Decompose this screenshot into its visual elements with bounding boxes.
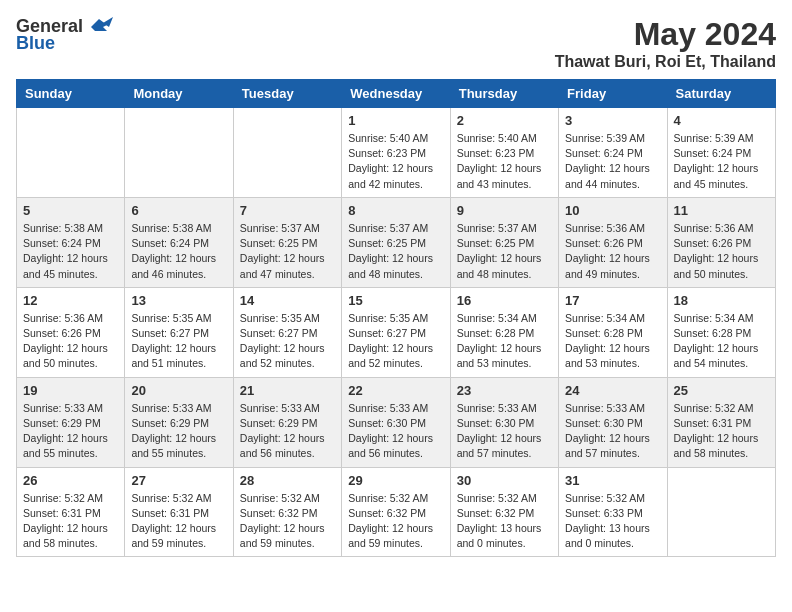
calendar-week-row: 19Sunrise: 5:33 AMSunset: 6:29 PMDayligh… bbox=[17, 377, 776, 467]
day-number: 21 bbox=[240, 383, 335, 398]
table-row: 13Sunrise: 5:35 AMSunset: 6:27 PMDayligh… bbox=[125, 287, 233, 377]
day-number: 20 bbox=[131, 383, 226, 398]
table-row: 25Sunrise: 5:32 AMSunset: 6:31 PMDayligh… bbox=[667, 377, 775, 467]
day-number: 17 bbox=[565, 293, 660, 308]
month-title: May 2024 bbox=[555, 16, 776, 53]
day-info: Sunrise: 5:39 AMSunset: 6:24 PMDaylight:… bbox=[674, 131, 769, 192]
day-number: 19 bbox=[23, 383, 118, 398]
day-info: Sunrise: 5:37 AMSunset: 6:25 PMDaylight:… bbox=[457, 221, 552, 282]
day-number: 31 bbox=[565, 473, 660, 488]
day-info: Sunrise: 5:39 AMSunset: 6:24 PMDaylight:… bbox=[565, 131, 660, 192]
table-row bbox=[667, 467, 775, 557]
logo: General Blue bbox=[16, 16, 113, 54]
day-number: 30 bbox=[457, 473, 552, 488]
table-row: 7Sunrise: 5:37 AMSunset: 6:25 PMDaylight… bbox=[233, 197, 341, 287]
table-row: 4Sunrise: 5:39 AMSunset: 6:24 PMDaylight… bbox=[667, 108, 775, 198]
table-row: 20Sunrise: 5:33 AMSunset: 6:29 PMDayligh… bbox=[125, 377, 233, 467]
day-number: 7 bbox=[240, 203, 335, 218]
table-row: 11Sunrise: 5:36 AMSunset: 6:26 PMDayligh… bbox=[667, 197, 775, 287]
page-header: General Blue May 2024 Thawat Buri, Roi E… bbox=[16, 16, 776, 71]
logo-blue-text: Blue bbox=[16, 33, 55, 54]
day-number: 10 bbox=[565, 203, 660, 218]
day-info: Sunrise: 5:32 AMSunset: 6:31 PMDaylight:… bbox=[23, 491, 118, 552]
header-sunday: Sunday bbox=[17, 80, 125, 108]
day-info: Sunrise: 5:37 AMSunset: 6:25 PMDaylight:… bbox=[240, 221, 335, 282]
day-info: Sunrise: 5:40 AMSunset: 6:23 PMDaylight:… bbox=[457, 131, 552, 192]
day-info: Sunrise: 5:32 AMSunset: 6:32 PMDaylight:… bbox=[457, 491, 552, 552]
day-number: 4 bbox=[674, 113, 769, 128]
table-row: 23Sunrise: 5:33 AMSunset: 6:30 PMDayligh… bbox=[450, 377, 558, 467]
table-row: 1Sunrise: 5:40 AMSunset: 6:23 PMDaylight… bbox=[342, 108, 450, 198]
table-row: 12Sunrise: 5:36 AMSunset: 6:26 PMDayligh… bbox=[17, 287, 125, 377]
table-row: 28Sunrise: 5:32 AMSunset: 6:32 PMDayligh… bbox=[233, 467, 341, 557]
header-thursday: Thursday bbox=[450, 80, 558, 108]
day-number: 27 bbox=[131, 473, 226, 488]
table-row bbox=[233, 108, 341, 198]
calendar-week-row: 12Sunrise: 5:36 AMSunset: 6:26 PMDayligh… bbox=[17, 287, 776, 377]
table-row: 14Sunrise: 5:35 AMSunset: 6:27 PMDayligh… bbox=[233, 287, 341, 377]
day-number: 14 bbox=[240, 293, 335, 308]
table-row: 17Sunrise: 5:34 AMSunset: 6:28 PMDayligh… bbox=[559, 287, 667, 377]
day-info: Sunrise: 5:35 AMSunset: 6:27 PMDaylight:… bbox=[131, 311, 226, 372]
day-info: Sunrise: 5:36 AMSunset: 6:26 PMDaylight:… bbox=[565, 221, 660, 282]
day-info: Sunrise: 5:34 AMSunset: 6:28 PMDaylight:… bbox=[457, 311, 552, 372]
day-number: 23 bbox=[457, 383, 552, 398]
header-saturday: Saturday bbox=[667, 80, 775, 108]
calendar-week-row: 5Sunrise: 5:38 AMSunset: 6:24 PMDaylight… bbox=[17, 197, 776, 287]
day-number: 22 bbox=[348, 383, 443, 398]
day-number: 18 bbox=[674, 293, 769, 308]
calendar-header-row: Sunday Monday Tuesday Wednesday Thursday… bbox=[17, 80, 776, 108]
day-info: Sunrise: 5:35 AMSunset: 6:27 PMDaylight:… bbox=[240, 311, 335, 372]
day-info: Sunrise: 5:32 AMSunset: 6:31 PMDaylight:… bbox=[674, 401, 769, 462]
header-monday: Monday bbox=[125, 80, 233, 108]
day-number: 5 bbox=[23, 203, 118, 218]
table-row: 29Sunrise: 5:32 AMSunset: 6:32 PMDayligh… bbox=[342, 467, 450, 557]
table-row: 30Sunrise: 5:32 AMSunset: 6:32 PMDayligh… bbox=[450, 467, 558, 557]
table-row: 15Sunrise: 5:35 AMSunset: 6:27 PMDayligh… bbox=[342, 287, 450, 377]
day-number: 12 bbox=[23, 293, 118, 308]
day-info: Sunrise: 5:33 AMSunset: 6:30 PMDaylight:… bbox=[457, 401, 552, 462]
day-number: 13 bbox=[131, 293, 226, 308]
day-number: 24 bbox=[565, 383, 660, 398]
calendar-week-row: 26Sunrise: 5:32 AMSunset: 6:31 PMDayligh… bbox=[17, 467, 776, 557]
day-number: 6 bbox=[131, 203, 226, 218]
day-info: Sunrise: 5:33 AMSunset: 6:29 PMDaylight:… bbox=[23, 401, 118, 462]
calendar-week-row: 1Sunrise: 5:40 AMSunset: 6:23 PMDaylight… bbox=[17, 108, 776, 198]
day-info: Sunrise: 5:33 AMSunset: 6:29 PMDaylight:… bbox=[240, 401, 335, 462]
header-tuesday: Tuesday bbox=[233, 80, 341, 108]
table-row: 16Sunrise: 5:34 AMSunset: 6:28 PMDayligh… bbox=[450, 287, 558, 377]
day-info: Sunrise: 5:36 AMSunset: 6:26 PMDaylight:… bbox=[674, 221, 769, 282]
location-title: Thawat Buri, Roi Et, Thailand bbox=[555, 53, 776, 71]
day-number: 2 bbox=[457, 113, 552, 128]
day-info: Sunrise: 5:33 AMSunset: 6:30 PMDaylight:… bbox=[565, 401, 660, 462]
table-row: 26Sunrise: 5:32 AMSunset: 6:31 PMDayligh… bbox=[17, 467, 125, 557]
day-info: Sunrise: 5:36 AMSunset: 6:26 PMDaylight:… bbox=[23, 311, 118, 372]
day-number: 11 bbox=[674, 203, 769, 218]
table-row bbox=[17, 108, 125, 198]
table-row: 18Sunrise: 5:34 AMSunset: 6:28 PMDayligh… bbox=[667, 287, 775, 377]
day-number: 15 bbox=[348, 293, 443, 308]
day-info: Sunrise: 5:37 AMSunset: 6:25 PMDaylight:… bbox=[348, 221, 443, 282]
table-row: 9Sunrise: 5:37 AMSunset: 6:25 PMDaylight… bbox=[450, 197, 558, 287]
day-number: 9 bbox=[457, 203, 552, 218]
day-info: Sunrise: 5:34 AMSunset: 6:28 PMDaylight:… bbox=[565, 311, 660, 372]
table-row: 6Sunrise: 5:38 AMSunset: 6:24 PMDaylight… bbox=[125, 197, 233, 287]
day-info: Sunrise: 5:40 AMSunset: 6:23 PMDaylight:… bbox=[348, 131, 443, 192]
day-number: 26 bbox=[23, 473, 118, 488]
table-row bbox=[125, 108, 233, 198]
day-info: Sunrise: 5:32 AMSunset: 6:32 PMDaylight:… bbox=[240, 491, 335, 552]
table-row: 22Sunrise: 5:33 AMSunset: 6:30 PMDayligh… bbox=[342, 377, 450, 467]
logo-bird-icon bbox=[85, 17, 113, 37]
table-row: 2Sunrise: 5:40 AMSunset: 6:23 PMDaylight… bbox=[450, 108, 558, 198]
calendar-table: Sunday Monday Tuesday Wednesday Thursday… bbox=[16, 79, 776, 557]
day-info: Sunrise: 5:34 AMSunset: 6:28 PMDaylight:… bbox=[674, 311, 769, 372]
day-info: Sunrise: 5:33 AMSunset: 6:30 PMDaylight:… bbox=[348, 401, 443, 462]
day-number: 16 bbox=[457, 293, 552, 308]
day-info: Sunrise: 5:35 AMSunset: 6:27 PMDaylight:… bbox=[348, 311, 443, 372]
table-row: 8Sunrise: 5:37 AMSunset: 6:25 PMDaylight… bbox=[342, 197, 450, 287]
table-row: 3Sunrise: 5:39 AMSunset: 6:24 PMDaylight… bbox=[559, 108, 667, 198]
table-row: 31Sunrise: 5:32 AMSunset: 6:33 PMDayligh… bbox=[559, 467, 667, 557]
day-info: Sunrise: 5:32 AMSunset: 6:31 PMDaylight:… bbox=[131, 491, 226, 552]
day-info: Sunrise: 5:38 AMSunset: 6:24 PMDaylight:… bbox=[23, 221, 118, 282]
day-number: 29 bbox=[348, 473, 443, 488]
